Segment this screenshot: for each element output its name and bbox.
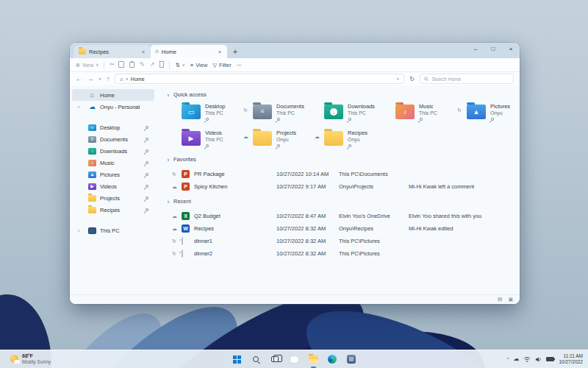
pinned-app-button[interactable] bbox=[346, 354, 357, 365]
back-icon[interactable]: ← bbox=[76, 75, 82, 82]
tile-location: This PC bbox=[348, 110, 375, 116]
navigation-pane: ⌂ Home › ☁ Onyu - Personal ▭ Desktop ≡ D… bbox=[70, 85, 157, 294]
tile-videos[interactable]: ▶ VideosThis PC bbox=[182, 130, 253, 147]
close-tab-icon[interactable]: × bbox=[140, 49, 146, 54]
sidebar-item-label: Music bbox=[100, 160, 115, 166]
chat-button[interactable] bbox=[289, 354, 300, 365]
up-icon[interactable]: ↑ bbox=[107, 75, 110, 82]
share-icon[interactable]: ↗ bbox=[150, 62, 155, 68]
file-row-spicy-kitchen[interactable]: ☁ P Spicy Kitchen 10/27/2022 9:17 AM Ony… bbox=[167, 180, 515, 193]
wifi-icon[interactable] bbox=[523, 356, 531, 362]
sidebar-item-documents[interactable]: ≡ Documents bbox=[72, 133, 154, 145]
tab-label: Home bbox=[162, 49, 214, 55]
tab-recipes[interactable]: Recipes × bbox=[74, 45, 151, 58]
taskbar-clock[interactable]: 11:11 AM 10/27/2022 bbox=[559, 353, 583, 365]
sort-button[interactable]: ⇅ ∨ bbox=[175, 62, 184, 68]
rename-icon[interactable]: ✎ bbox=[140, 62, 145, 68]
large-icons-view-icon[interactable]: ▣ bbox=[508, 297, 513, 302]
sidebar-item-desktop[interactable]: ▭ Desktop bbox=[72, 121, 154, 133]
delete-icon[interactable] bbox=[159, 63, 164, 68]
pin-icon bbox=[145, 137, 149, 141]
file-location: This PC\Pictures bbox=[339, 238, 409, 244]
new-tab-button[interactable]: + bbox=[233, 48, 237, 56]
tile-location: Onyu bbox=[490, 110, 510, 116]
tile-name: Recipes bbox=[348, 130, 368, 136]
file-row-q2-budget[interactable]: ☁ X Q2 Budget 10/27/2022 8:47 AM Elvin Y… bbox=[167, 210, 515, 222]
file-row-dinner1[interactable]: ↻ dinner1 10/27/2022 8:32 AM This PC\Pic… bbox=[167, 235, 515, 247]
pin-icon bbox=[205, 117, 209, 121]
section-favorites-header[interactable]: ∨ Favorites bbox=[167, 156, 515, 163]
weather-widget[interactable]: 68°F Mostly Sunny bbox=[10, 353, 51, 365]
sidebar-item-pictures[interactable]: ▲ Pictures bbox=[72, 169, 154, 180]
file-date: 10/27/2022 10:14 AM bbox=[276, 171, 339, 177]
minimize-button[interactable]: – bbox=[467, 43, 484, 54]
search-button[interactable] bbox=[251, 354, 262, 365]
sidebar-item-home[interactable]: ⌂ Home bbox=[72, 89, 154, 101]
tile-pictures[interactable]: ↻ ▲ PicturesOnyu bbox=[467, 103, 520, 121]
sidebar-item-label: Pictures bbox=[100, 171, 120, 178]
search-box[interactable] bbox=[420, 74, 514, 84]
tile-music[interactable]: ♪ MusicThis PC bbox=[395, 103, 467, 121]
battery-icon[interactable] bbox=[546, 357, 554, 361]
tab-home[interactable]: ⌂ Home × bbox=[151, 45, 227, 58]
sidebar-item-this-pc[interactable]: › This PC bbox=[72, 224, 154, 236]
volume-icon[interactable] bbox=[535, 356, 542, 363]
sidebar-item-projects[interactable]: Projects bbox=[72, 192, 154, 204]
edge-button[interactable] bbox=[327, 354, 338, 365]
history-chevron-icon[interactable]: ∨ bbox=[98, 77, 101, 81]
system-tray: ^ ☁ 11:11 AM 10/27/2022 bbox=[507, 353, 583, 365]
pin-icon bbox=[145, 196, 149, 200]
music-folder-icon: ♪ bbox=[88, 160, 96, 166]
cloud-status-icon: ☁ bbox=[172, 184, 182, 190]
onedrive-tray-icon[interactable]: ☁ bbox=[513, 356, 519, 362]
paste-icon[interactable] bbox=[129, 62, 135, 68]
sidebar-item-downloads[interactable]: ↓ Downloads bbox=[72, 145, 154, 157]
section-title: Favorites bbox=[173, 156, 196, 163]
breadcrumb[interactable]: ⌂ › Home ∨ bbox=[115, 74, 404, 84]
maximize-button[interactable]: □ bbox=[484, 43, 502, 54]
quick-access-grid: ▭ DesktopThis PC ↻ ≡ DocumentsThis PC ↓ … bbox=[182, 103, 515, 147]
chevron-right-icon[interactable]: › bbox=[78, 105, 79, 110]
file-explorer-button[interactable] bbox=[308, 354, 319, 365]
refresh-icon[interactable]: ↻ bbox=[409, 76, 415, 82]
tile-desktop[interactable]: ▭ DesktopThis PC bbox=[182, 103, 253, 121]
file-date: 10/27/2022 9:17 AM bbox=[276, 183, 339, 190]
sidebar-item-onedrive[interactable]: › ☁ Onyu - Personal bbox=[72, 101, 154, 113]
new-icon: ⊕ bbox=[76, 62, 80, 68]
tile-downloads[interactable]: ↓ DownloadsThis PC bbox=[324, 103, 395, 121]
view-button[interactable]: ≡ View bbox=[190, 62, 208, 68]
file-row-dinner2[interactable]: ↻ dinner2 10/27/2022 8:32 AM This PC\Pic… bbox=[167, 247, 515, 260]
sidebar-item-music[interactable]: ♪ Music bbox=[72, 157, 154, 169]
copy-icon[interactable] bbox=[120, 63, 124, 68]
chevron-down-icon[interactable]: ∨ bbox=[396, 77, 399, 81]
tile-documents[interactable]: ↻ ≡ DocumentsThis PC bbox=[253, 103, 324, 121]
cut-icon[interactable]: ✂ bbox=[110, 62, 115, 68]
section-recent-header[interactable]: ∨ Recent bbox=[167, 198, 515, 205]
close-tab-icon[interactable]: × bbox=[217, 49, 223, 54]
pin-icon bbox=[205, 144, 209, 148]
new-button[interactable]: ⊕ New ∨ bbox=[76, 62, 98, 68]
tile-recipes[interactable]: ☁ RecipesOnyu bbox=[324, 130, 395, 147]
tile-projects[interactable]: ☁ ProjectsOnyu bbox=[253, 130, 324, 147]
forward-icon[interactable]: → bbox=[87, 75, 94, 82]
pin-icon bbox=[145, 208, 149, 212]
close-button[interactable]: × bbox=[502, 43, 520, 54]
task-view-button[interactable] bbox=[270, 354, 281, 365]
file-row-pr-package[interactable]: ↻ P PR Package 10/27/2022 10:14 AM This … bbox=[167, 168, 515, 180]
weather-condition: Mostly Sunny bbox=[22, 359, 51, 364]
more-options-icon[interactable]: ⋯ bbox=[237, 62, 243, 68]
search-input[interactable] bbox=[431, 77, 509, 82]
details-view-icon[interactable]: ▤ bbox=[498, 297, 503, 302]
pin-icon bbox=[145, 149, 149, 153]
cloud-status-icon: ☁ bbox=[315, 134, 320, 140]
sidebar-item-recipes[interactable]: Recipes bbox=[72, 204, 154, 216]
sidebar-item-videos[interactable]: ▶ Videos bbox=[72, 180, 154, 192]
image-file-icon bbox=[182, 250, 194, 257]
filter-button[interactable]: ▽ Filter bbox=[212, 62, 231, 68]
section-quick-access-header[interactable]: ∨ Quick access bbox=[167, 91, 515, 98]
powerpoint-file-icon: P bbox=[182, 170, 194, 178]
start-button[interactable] bbox=[232, 354, 243, 365]
chevron-right-icon[interactable]: › bbox=[78, 228, 79, 233]
tray-expand-icon[interactable]: ^ bbox=[507, 357, 509, 361]
file-row-recipes[interactable]: ☁ W Recipes 10/27/2022 8:32 AM Onyu\Reci… bbox=[167, 222, 515, 235]
